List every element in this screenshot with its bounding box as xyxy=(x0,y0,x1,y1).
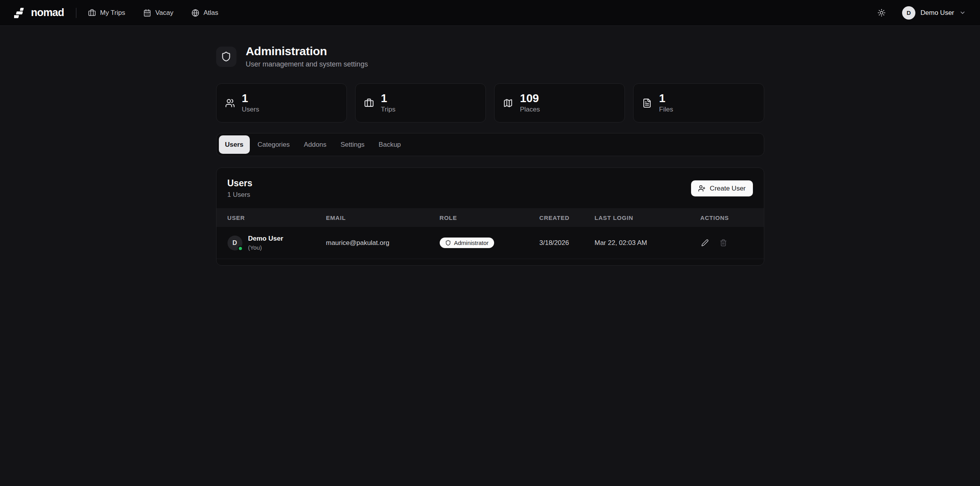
nav-item-label: Vacay xyxy=(155,9,173,17)
chevron-down-icon xyxy=(959,9,966,16)
user-name: Demo User xyxy=(920,9,954,17)
nav-item-label: My Trips xyxy=(100,9,125,17)
calendar-icon xyxy=(143,9,151,17)
user-cell: D Demo User (You) xyxy=(227,235,326,251)
column-header-last-login: Last Login xyxy=(595,214,700,221)
users-icon xyxy=(225,98,235,108)
briefcase-icon xyxy=(88,9,96,17)
stat-card-places: 109 Places xyxy=(494,83,625,122)
stat-value: 1 xyxy=(242,92,259,104)
users-panel: Users 1 Users Create User User Email Rol… xyxy=(216,167,764,266)
tab-backup[interactable]: Backup xyxy=(372,135,407,154)
top-navigation-bar: nomad My Trips Vacay Atlas xyxy=(0,0,980,26)
brand-logo[interactable]: nomad xyxy=(14,7,64,19)
tab-categories[interactable]: Categories xyxy=(251,135,296,154)
create-user-label: Create User xyxy=(710,185,746,193)
user-menu[interactable]: D Demo User xyxy=(902,6,966,20)
topbar-right: D Demo User xyxy=(876,6,966,20)
row-you-label: (You) xyxy=(248,244,283,251)
avatar: D xyxy=(902,6,915,20)
nomad-logo-icon xyxy=(14,7,26,19)
user-plus-icon xyxy=(698,185,706,192)
page-title: Administration xyxy=(246,45,368,58)
page-header: Administration User management and syste… xyxy=(216,45,764,68)
stat-label: Trips xyxy=(381,106,395,113)
stat-card-trips: 1 Trips xyxy=(355,83,486,122)
nav-item-atlas[interactable]: Atlas xyxy=(191,9,218,17)
row-last-login: Mar 22, 02:03 AM xyxy=(595,239,700,247)
column-header-email: Email xyxy=(326,214,440,221)
sun-icon xyxy=(877,9,886,17)
column-header-created: Created xyxy=(540,214,595,221)
nav-item-label: Atlas xyxy=(204,9,218,17)
row-created: 3/18/2026 xyxy=(540,239,595,247)
role-label: Administrator xyxy=(454,239,489,246)
brand-name: nomad xyxy=(31,7,64,19)
column-header-role: Role xyxy=(440,214,540,221)
online-status-dot xyxy=(238,246,243,251)
column-header-user: User xyxy=(227,214,326,221)
table-row: D Demo User (You) maurice@pakulat.org Ad… xyxy=(217,227,764,259)
map-icon xyxy=(503,98,513,108)
column-header-actions: Actions xyxy=(700,214,762,221)
avatar: D xyxy=(227,236,242,250)
row-actions xyxy=(700,238,761,247)
stat-value: 1 xyxy=(659,92,673,104)
file-icon xyxy=(642,98,652,108)
stat-label: Places xyxy=(520,106,540,113)
role-badge: Administrator xyxy=(440,238,494,248)
globe-icon xyxy=(191,9,199,17)
table-header-row: User Email Role Created Last Login Actio… xyxy=(217,208,764,227)
briefcase-icon xyxy=(364,98,374,108)
delete-user-button[interactable] xyxy=(719,238,728,247)
tab-users[interactable]: Users xyxy=(219,135,250,154)
nav-item-vacay[interactable]: Vacay xyxy=(143,9,173,17)
shield-icon xyxy=(445,240,451,246)
tab-addons[interactable]: Addons xyxy=(298,135,333,154)
stat-value: 109 xyxy=(520,92,540,104)
stat-label: Files xyxy=(659,106,673,113)
role-cell: Administrator xyxy=(440,238,540,248)
shield-icon xyxy=(216,47,236,67)
users-panel-header: Users 1 Users Create User xyxy=(217,168,764,208)
nav-divider xyxy=(76,8,76,18)
admin-tabs: Users Categories Addons Settings Backup xyxy=(216,133,764,156)
admin-page: Administration User management and syste… xyxy=(216,26,764,266)
pencil-icon xyxy=(701,239,709,247)
page-subtitle: User management and system settings xyxy=(246,60,368,68)
trash-icon xyxy=(720,239,727,247)
stat-label: Users xyxy=(242,106,259,113)
edit-user-button[interactable] xyxy=(700,238,709,247)
stats-cards: 1 Users 1 Trips 109 Places xyxy=(216,83,764,122)
stat-card-files: 1 Files xyxy=(633,83,764,122)
row-email: maurice@pakulat.org xyxy=(326,239,440,247)
panel-user-count: 1 Users xyxy=(227,191,253,199)
tab-settings[interactable]: Settings xyxy=(334,135,371,154)
row-user-name: Demo User xyxy=(248,235,283,243)
stat-value: 1 xyxy=(381,92,395,104)
theme-toggle-button[interactable] xyxy=(876,7,887,18)
stat-card-users: 1 Users xyxy=(216,83,347,122)
panel-title: Users xyxy=(227,178,253,189)
create-user-button[interactable]: Create User xyxy=(691,180,753,196)
primary-nav: My Trips Vacay Atlas xyxy=(88,9,218,17)
nav-item-my-trips[interactable]: My Trips xyxy=(88,9,125,17)
